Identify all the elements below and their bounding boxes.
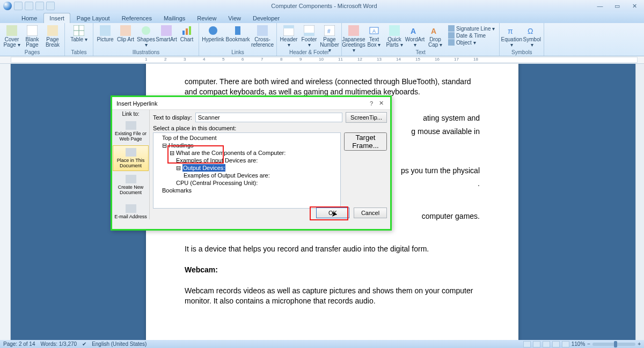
title-bar: Computer Components - Microsoft Word — ▭…: [0, 0, 644, 12]
date-time-button[interactable]: Date & Time: [448, 32, 495, 39]
group-label-text: Text: [344, 49, 497, 56]
group-links: Hyperlink Bookmark Cross-reference Links: [199, 23, 277, 56]
header-button[interactable]: Header ▾: [279, 24, 298, 49]
tree-heading-output-devices[interactable]: ⊟ Output Devices:: [155, 164, 339, 172]
japanese-greetings-button[interactable]: Japanese Greetings ▾: [344, 24, 363, 49]
qat-redo-icon[interactable]: [35, 2, 44, 10]
wordart-button[interactable]: AWordArt ▾: [405, 24, 425, 49]
qat-customize-icon[interactable]: [46, 2, 55, 10]
office-button[interactable]: [3, 2, 12, 10]
view-web-layout-icon[interactable]: [543, 341, 550, 347]
horizontal-ruler[interactable]: 123456789101112131415161718: [0, 56, 644, 64]
tab-review[interactable]: Review: [192, 13, 222, 23]
shapes-button[interactable]: Shapes ▾: [136, 24, 156, 49]
place-in-document-icon: [126, 148, 136, 157]
document-places-tree[interactable]: Top of the Document ⊟ Headings ⊟ What ar…: [153, 132, 341, 209]
symbol-button[interactable]: ΩSymbol ▾: [522, 24, 541, 49]
clip-art-button[interactable]: Clip Art: [116, 24, 135, 49]
object-button[interactable]: Object ▾: [448, 39, 495, 46]
target-frame-button[interactable]: Target Frame...: [344, 132, 387, 151]
tab-home[interactable]: Home: [16, 13, 42, 23]
tab-developer[interactable]: Developer: [247, 13, 285, 23]
svg-text:A: A: [372, 28, 376, 34]
tree-heading-input-devices[interactable]: Examples of Input Devices are:: [155, 157, 339, 164]
cross-reference-button[interactable]: Cross-reference: [251, 24, 274, 49]
text-to-display-input[interactable]: [195, 113, 342, 122]
cancel-button[interactable]: Cancel: [354, 208, 387, 218]
page-number-button[interactable]: #Page Number ▾: [320, 24, 339, 49]
tab-page-layout[interactable]: Page Layout: [71, 13, 115, 23]
picture-button[interactable]: Picture: [96, 24, 115, 49]
tree-bookmarks[interactable]: Bookmarks: [155, 187, 339, 194]
svg-text:#: #: [327, 28, 331, 34]
tab-insert[interactable]: Insert: [43, 13, 70, 23]
zoom-in-button[interactable]: +: [638, 341, 641, 347]
body-text[interactable]: It is a device that helps you record and…: [185, 244, 480, 254]
qat-save-icon[interactable]: [14, 2, 23, 10]
link-to-label: Link to:: [112, 110, 149, 118]
close-button[interactable]: ✕: [629, 3, 640, 10]
body-text[interactable]: computer. There are both wired and wirel…: [185, 77, 480, 97]
zoom-slider[interactable]: [592, 343, 635, 346]
body-text[interactable]: Webcam records videos as well as capture…: [185, 286, 480, 306]
maximize-button[interactable]: ▭: [612, 3, 623, 10]
tree-top-of-document[interactable]: Top of the Document: [155, 134, 339, 142]
ribbon-tabs: Home Insert Page Layout References Maili…: [0, 12, 644, 23]
footer-button[interactable]: Footer ▾: [299, 24, 319, 49]
view-print-layout-icon[interactable]: [523, 341, 531, 347]
dialog-close-button[interactable]: ✕: [376, 100, 386, 107]
dialog-title-bar[interactable]: Insert Hyperlink ? ✕: [112, 97, 390, 110]
blank-page-button[interactable]: Blank Page: [23, 24, 42, 49]
signature-line-button[interactable]: Signature Line ▾: [448, 25, 495, 32]
group-label-pages: Pages: [2, 49, 62, 56]
status-proofing-icon[interactable]: ✔: [82, 341, 86, 347]
bookmark-button[interactable]: Bookmark: [226, 24, 250, 49]
svg-rect-6: [100, 25, 111, 36]
page-break-button[interactable]: Page Break: [43, 24, 62, 49]
cover-page-button[interactable]: Cover Page ▾: [2, 24, 21, 49]
heading-webcam[interactable]: Webcam:: [185, 265, 218, 274]
vertical-scrollbar[interactable]: [635, 64, 644, 340]
tree-heading-output-examples[interactable]: Examples of Output Devices are:: [155, 172, 339, 179]
view-draft-icon[interactable]: [562, 341, 569, 347]
minimize-button[interactable]: —: [595, 3, 605, 10]
table-button[interactable]: Table ▾: [67, 24, 91, 49]
tab-view[interactable]: View: [223, 13, 246, 23]
sidebar-create-new-document[interactable]: Create New Document: [113, 172, 149, 198]
svg-rect-25: [389, 25, 400, 36]
chart-button[interactable]: Chart: [177, 24, 196, 49]
qat-undo-icon[interactable]: [25, 2, 33, 10]
sidebar-existing-file[interactable]: Existing File or Web Page: [113, 119, 149, 144]
hyperlink-button[interactable]: Hyperlink: [201, 24, 225, 49]
tree-heading-components[interactable]: ⊟ What are the Components of a Computer:: [155, 149, 339, 157]
tree-heading-cpu[interactable]: CPU (Central Processing Unit):: [155, 179, 339, 187]
ok-button[interactable]: OK: [316, 208, 349, 218]
status-words[interactable]: Words: 1/3,270: [41, 341, 77, 347]
screentip-button[interactable]: ScreenTip...: [346, 112, 387, 123]
status-language[interactable]: English (United States): [92, 341, 147, 347]
svg-text:A: A: [431, 27, 436, 35]
equation-button[interactable]: πEquation ▾: [502, 24, 521, 49]
tree-headings[interactable]: ⊟ Headings: [155, 142, 339, 149]
dialog-help-button[interactable]: ?: [367, 100, 376, 107]
zoom-level[interactable]: 110%: [572, 341, 586, 347]
group-tables: Table ▾ Tables: [65, 23, 93, 56]
svg-rect-0: [6, 25, 17, 36]
drop-cap-button[interactable]: ADrop Cap ▾: [426, 24, 445, 49]
tab-references[interactable]: References: [116, 13, 157, 23]
group-pages: Cover Page ▾ Blank Page Page Break Pages: [0, 23, 65, 56]
svg-text:Ω: Ω: [528, 27, 533, 35]
status-page[interactable]: Page: 2 of 14: [3, 341, 35, 347]
svg-rect-17: [283, 25, 294, 28]
zoom-out-button[interactable]: −: [587, 341, 590, 347]
view-outline-icon[interactable]: [552, 341, 560, 347]
text-box-button[interactable]: AText Box ▾: [364, 24, 384, 49]
sidebar-email-address[interactable]: E-mail Address: [113, 199, 149, 225]
view-full-screen-icon[interactable]: [533, 341, 540, 347]
tab-mailings[interactable]: Mailings: [158, 13, 191, 23]
sidebar-place-in-document[interactable]: Place in This Document: [113, 145, 149, 171]
vertical-ruler[interactable]: [0, 64, 11, 340]
group-label-symbols: Symbols: [502, 49, 541, 56]
smartart-button[interactable]: SmartArt: [157, 24, 176, 49]
quick-parts-button[interactable]: Quick Parts ▾: [385, 24, 404, 49]
